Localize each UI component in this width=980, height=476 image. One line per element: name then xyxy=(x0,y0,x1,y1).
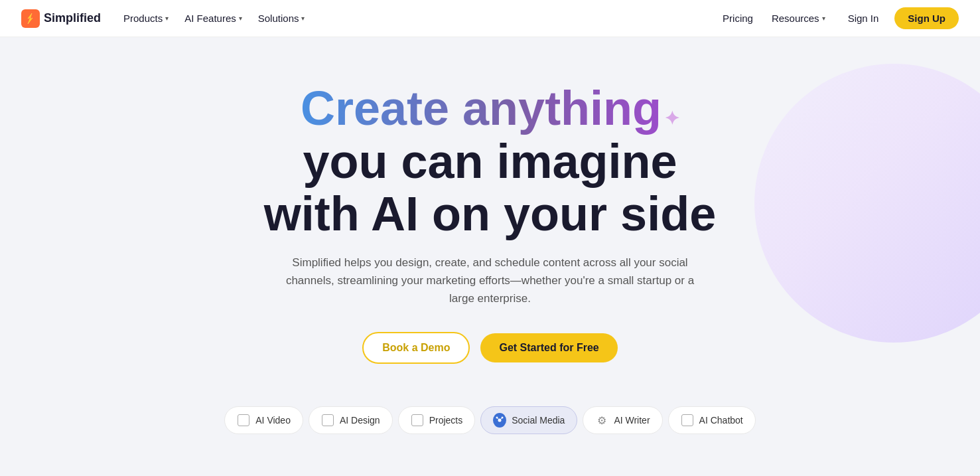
get-started-button[interactable]: Get Started for Free xyxy=(480,333,617,362)
tab-social-media[interactable]: Social Media xyxy=(480,406,577,434)
hero-section: Create anything✦ you can imagine with AI… xyxy=(0,37,980,396)
nav-left: Simplified Products ▾ AI Features ▾ Solu… xyxy=(21,9,311,28)
chevron-down-icon: ▾ xyxy=(301,15,305,22)
projects-icon xyxy=(411,414,423,426)
signup-button[interactable]: Sign Up xyxy=(894,7,959,29)
tab-ai-chatbot-label: AI Chatbot xyxy=(699,415,743,426)
sparkle-icon: ✦ xyxy=(664,109,679,129)
nav-links: Products ▾ AI Features ▾ Solutions ▾ xyxy=(117,9,311,28)
logo-icon xyxy=(21,9,40,28)
hero-subtitle: Simplified helps you design, create, and… xyxy=(285,254,696,308)
svg-rect-0 xyxy=(21,9,40,28)
nav-item-ai-features[interactable]: AI Features ▾ xyxy=(178,9,249,28)
ai-writer-icon: ⚙ xyxy=(597,414,606,427)
tab-ai-writer-label: AI Writer xyxy=(614,415,650,426)
chevron-down-icon: ▾ xyxy=(822,15,825,22)
hero-title-gradient: Create anything xyxy=(301,82,662,135)
bg-decoration xyxy=(754,64,980,343)
navbar: Simplified Products ▾ AI Features ▾ Solu… xyxy=(0,0,980,37)
hero-title-line2: you can imagine xyxy=(264,135,716,188)
tab-ai-video[interactable]: AI Video xyxy=(224,406,303,434)
hero-buttons: Book a Demo Get Started for Free xyxy=(264,332,716,364)
chevron-down-icon: ▾ xyxy=(239,15,242,22)
ai-design-icon xyxy=(322,414,334,426)
hero-title: Create anything✦ you can imagine with AI… xyxy=(264,82,716,240)
tab-social-media-label: Social Media xyxy=(512,415,565,426)
hero-title-line3: with AI on your side xyxy=(264,188,716,240)
tab-ai-design-label: AI Design xyxy=(340,415,380,426)
nav-right: Pricing Resources ▾ Sign In Sign Up xyxy=(716,7,959,29)
tab-ai-design[interactable]: AI Design xyxy=(309,406,393,434)
signin-button[interactable]: Sign In xyxy=(837,9,890,28)
logo[interactable]: Simplified xyxy=(21,9,101,28)
chevron-down-icon: ▾ xyxy=(165,15,169,22)
ai-video-icon xyxy=(238,414,249,426)
hero-content: Create anything✦ you can imagine with AI… xyxy=(264,82,716,363)
tab-ai-writer[interactable]: ⚙ AI Writer xyxy=(583,406,662,434)
tab-ai-video-label: AI Video xyxy=(255,415,291,426)
nav-item-resources[interactable]: Resources ▾ xyxy=(765,9,832,28)
tab-projects-label: Projects xyxy=(429,415,463,426)
social-media-icon xyxy=(493,413,506,428)
logo-text: Simplified xyxy=(44,11,101,25)
nav-item-pricing[interactable]: Pricing xyxy=(716,9,760,28)
feature-tabs: AI Video AI Design Projects So xyxy=(0,396,980,447)
ai-chatbot-icon xyxy=(681,414,693,426)
tab-ai-chatbot[interactable]: AI Chatbot xyxy=(668,406,756,434)
book-demo-button[interactable]: Book a Demo xyxy=(362,332,470,364)
nav-item-solutions[interactable]: Solutions ▾ xyxy=(251,9,312,28)
nav-item-products[interactable]: Products ▾ xyxy=(117,9,175,28)
tab-projects[interactable]: Projects xyxy=(398,406,476,434)
